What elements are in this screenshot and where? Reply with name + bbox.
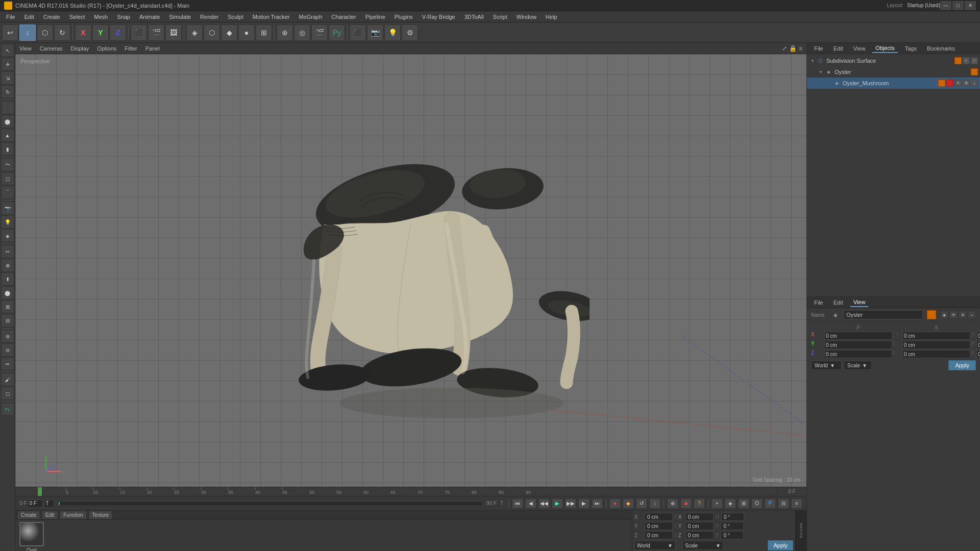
options-menu[interactable]: Options <box>97 45 116 52</box>
inset-tool[interactable]: ⬤ <box>1 286 14 299</box>
z-size-field[interactable] <box>902 350 970 358</box>
solo-btn[interactable]: ◎ <box>294 24 310 41</box>
filter-menu[interactable]: Filter <box>125 45 137 52</box>
menu-vray[interactable]: V-Ray Bridge <box>418 13 459 21</box>
material-thumbnail[interactable] <box>19 522 44 546</box>
fast-forward-button[interactable]: ▶▶ <box>565 498 576 509</box>
coord-y-rot[interactable] <box>721 522 744 530</box>
menu-render[interactable]: Render <box>196 13 223 21</box>
menu-file[interactable]: File <box>2 13 19 21</box>
relax-brush[interactable]: ⊝ <box>1 343 14 357</box>
attr-ctrl-2[interactable]: ⟳ <box>949 311 958 319</box>
maximize-button[interactable]: □ <box>952 1 964 10</box>
oyster-vis-btn[interactable] <box>971 68 978 76</box>
motion-question-btn[interactable]: ? <box>694 498 705 509</box>
light-btn[interactable]: 💡 <box>384 24 401 41</box>
record-button[interactable]: ● <box>609 498 621 509</box>
poly-mode-btn[interactable]: ◆ <box>221 24 237 41</box>
play-reverse-button[interactable]: ◀◀ <box>538 498 550 509</box>
viewport-menu-icon[interactable]: ≡ <box>799 45 802 52</box>
extrude-tool[interactable]: ⬆ <box>1 272 14 286</box>
viewport-canvas[interactable]: Perspective <box>15 54 806 487</box>
frame-input[interactable] <box>28 499 43 508</box>
attr-ctrl-1[interactable]: ◈ <box>940 311 948 319</box>
menu-pipeline[interactable]: Pipeline <box>361 13 389 21</box>
mushroom-dot-btn[interactable]: • <box>971 80 978 87</box>
attr-ctrl-3[interactable]: ✕ <box>959 311 967 319</box>
attr-orange-dot[interactable] <box>927 310 936 319</box>
menu-character[interactable]: Character <box>327 13 360 21</box>
view-menu[interactable]: View <box>19 45 32 52</box>
smooth-brush[interactable]: ⊜ <box>1 330 14 343</box>
obj-oyster-mushroom[interactable]: ▶ ◈ Oyster_Mushroom ✕ ⚙ • <box>807 78 980 89</box>
bridge-tool[interactable]: ⊞ <box>1 300 14 313</box>
z-rot-field[interactable] <box>976 350 980 358</box>
motion-record-btn[interactable]: ⊕ <box>667 498 678 509</box>
menu-mograph[interactable]: MoGraph <box>295 13 326 21</box>
key-button[interactable]: ◆ <box>623 498 634 509</box>
move-tool-left[interactable]: ✛ <box>1 58 14 71</box>
menu-simulate[interactable]: Simulate <box>165 13 195 21</box>
fps-input[interactable] <box>44 499 54 508</box>
close-button[interactable]: ✕ <box>965 1 976 10</box>
am-tab-view[interactable]: View <box>850 298 869 307</box>
object-mode-btn[interactable]: ◈ <box>186 24 203 41</box>
mat-left[interactable]: ◈ <box>1 229 14 242</box>
deform-tool[interactable]: ⌒ <box>1 186 14 199</box>
z-axis-btn[interactable]: Z <box>110 24 126 41</box>
panel-menu[interactable]: Panel <box>145 45 160 52</box>
om-tab-edit[interactable]: Edit <box>830 44 846 53</box>
coord-z-size[interactable] <box>685 531 714 539</box>
menu-script[interactable]: Script <box>489 13 511 21</box>
menu-window[interactable]: Window <box>512 13 541 21</box>
y-rot-field[interactable] <box>976 341 980 349</box>
bounce-button[interactable]: ↕ <box>649 498 660 509</box>
step-back-button[interactable]: ◀ <box>525 498 536 509</box>
viewport-lock-icon[interactable]: 🔒 <box>789 45 797 52</box>
cfg-btn[interactable]: ⚙ <box>402 24 418 41</box>
material-item[interactable]: Oyst <box>19 522 44 551</box>
menu-snap[interactable]: Snap <box>113 13 134 21</box>
mushroom-gear-btn[interactable]: ⚙ <box>963 80 970 87</box>
x-size-field[interactable] <box>902 332 970 340</box>
cam-left[interactable]: 📷 <box>1 202 14 215</box>
x-axis-btn[interactable]: X <box>75 24 91 41</box>
go-end-button[interactable]: ⏭ <box>592 498 603 509</box>
attr-name-input[interactable] <box>844 310 923 319</box>
apply-button[interactable]: Apply <box>768 540 793 550</box>
cinema-btn[interactable]: 🎬 <box>311 24 328 41</box>
view3d-btn[interactable]: ⬛ <box>350 24 366 41</box>
cam-btn[interactable]: 📷 <box>367 24 383 41</box>
y-axis-btn[interactable]: Y <box>92 24 109 41</box>
mushroom-x-btn[interactable]: ✕ <box>954 80 962 87</box>
menu-motion-tracker[interactable]: Motion Tracker <box>249 13 294 21</box>
timeline-key-btn[interactable]: ◈ <box>725 498 736 509</box>
loop-cut[interactable]: ⊟ <box>1 314 14 327</box>
y-pos-field[interactable] <box>824 341 892 349</box>
python-left[interactable]: Py <box>1 403 14 416</box>
timeline-hash-btn[interactable]: ⊟ <box>778 498 789 509</box>
weld-tool[interactable]: ⊕ <box>1 259 14 272</box>
menu-edit[interactable]: Edit <box>20 13 38 21</box>
timeline-ruler[interactable]: 0 5 10 15 20 25 30 35 40 45 50 55 60 65 <box>15 487 806 496</box>
window-controls[interactable]: — □ ✕ <box>940 1 976 10</box>
subdivision-check1-btn[interactable]: ✓ <box>963 57 970 64</box>
select-tool[interactable]: ↖ <box>1 44 14 57</box>
menu-plugins[interactable]: Plugins <box>390 13 417 21</box>
world-select[interactable]: World ▼ <box>811 361 842 370</box>
scale-tool-left[interactable]: ⇲ <box>1 71 14 85</box>
coord-y-size[interactable] <box>685 522 714 530</box>
point-mode-btn[interactable]: ● <box>238 24 255 41</box>
cyl-prim[interactable]: ▮ <box>1 142 14 156</box>
loop-button[interactable]: ↺ <box>636 498 647 509</box>
om-tab-file[interactable]: File <box>811 44 826 53</box>
timeline-grid-btn[interactable]: ⊞ <box>738 498 749 509</box>
coord-z-rot[interactable] <box>721 531 744 539</box>
render-region-btn[interactable]: 🎬 <box>148 24 164 41</box>
scale-select[interactable]: Scale ▼ <box>844 361 872 370</box>
x-pos-field[interactable] <box>824 332 892 340</box>
cameras-menu[interactable]: Cameras <box>40 45 63 52</box>
mushroom-red-btn[interactable] <box>946 80 953 87</box>
obj-oyster[interactable]: ▼ ◈ Oyster <box>807 66 980 78</box>
coord-x-pos[interactable] <box>645 513 673 521</box>
